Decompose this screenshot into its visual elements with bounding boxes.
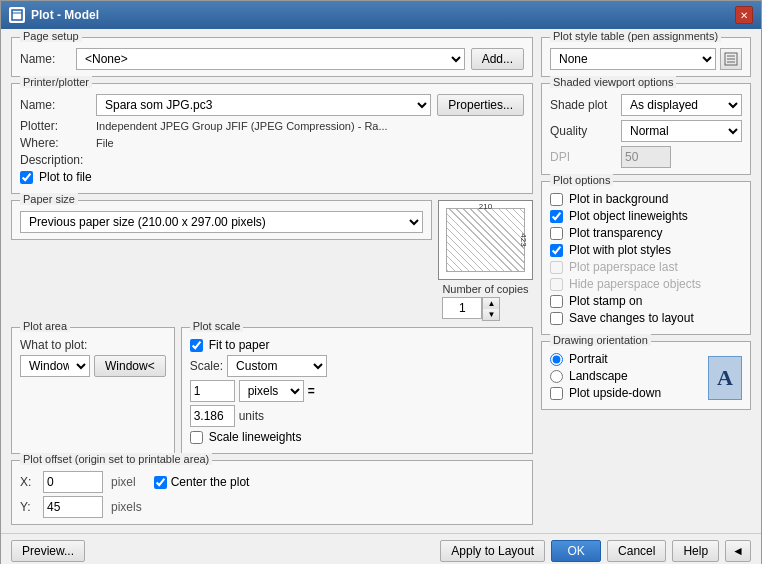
pen-table-row: None (550, 48, 742, 70)
scale-label: Scale: (190, 359, 223, 373)
save-changes-label: Save changes to layout (569, 311, 694, 325)
page-setup-section: Page setup Name: <None> Add... (11, 37, 533, 77)
plot-stamp-on-row: Plot stamp on (550, 294, 742, 308)
increment-button[interactable]: ▲ (483, 298, 499, 309)
scale-unit1-select[interactable]: pixels (239, 380, 304, 402)
plot-upside-down-row: Plot upside-down (550, 386, 661, 400)
close-button[interactable]: ✕ (735, 6, 753, 24)
right-panel: Plot style table (pen assignments) None (541, 37, 751, 525)
title-bar: Plot - Model ✕ (1, 1, 761, 29)
plot-upside-down-checkbox[interactable] (550, 387, 563, 400)
stepper-buttons: ▲ ▼ (482, 297, 500, 321)
plot-paperspace-last-checkbox[interactable] (550, 261, 563, 274)
x-label: X: (20, 475, 35, 489)
cancel-button[interactable]: Cancel (607, 540, 666, 562)
quality-label: Quality (550, 124, 615, 138)
dim-width: 210 (479, 202, 492, 211)
plot-to-file-checkbox[interactable] (20, 171, 33, 184)
main-window: Plot - Model ✕ Page setup Name: <None> A… (0, 0, 762, 564)
center-plot-label: Center the plot (171, 475, 250, 489)
scale-lineweights-checkbox[interactable] (190, 431, 203, 444)
page-setup-select[interactable]: <None> (76, 48, 465, 70)
plot-paperspace-last-row: Plot paperspace last (550, 260, 742, 274)
what-to-plot-select[interactable]: Window (20, 355, 90, 377)
preview-button[interactable]: Preview... (11, 540, 85, 562)
hide-paperspace-objects-checkbox[interactable] (550, 278, 563, 291)
scale-value2-input[interactable] (190, 405, 235, 427)
quality-row: Quality Normal (550, 120, 742, 142)
where-label: Where: (20, 136, 90, 150)
dpi-input[interactable] (621, 146, 671, 168)
description-label: Description: (20, 153, 90, 167)
scale-value-row1: pixels = (190, 380, 524, 402)
printer-select[interactable]: Spara som JPG.pc3 (96, 94, 431, 116)
bottom-right-buttons: Apply to Layout OK Cancel Help ◄ (440, 540, 751, 562)
plot-scale-section-label: Plot scale (190, 320, 244, 332)
plot-with-styles-label: Plot with plot styles (569, 243, 671, 257)
properties-button[interactable]: Properties... (437, 94, 524, 116)
save-changes-checkbox[interactable] (550, 312, 563, 325)
copies-input[interactable] (442, 297, 482, 319)
plot-in-background-checkbox[interactable] (550, 193, 563, 206)
where-value: File (96, 137, 114, 149)
scale-select[interactable]: Custom (227, 355, 327, 377)
copies-label: Number of copies (442, 283, 528, 295)
quality-select[interactable]: Normal (621, 120, 742, 142)
page-setup-name-row: Name: <None> Add... (20, 48, 524, 70)
pen-style-section: Plot style table (pen assignments) None (541, 37, 751, 77)
plot-object-lineweights-row: Plot object lineweights (550, 209, 742, 223)
scale-lineweights-label: Scale lineweights (209, 430, 302, 444)
pen-style-label: Plot style table (pen assignments) (550, 30, 721, 42)
shade-plot-select[interactable]: As displayed (621, 94, 742, 116)
plotter-value: Independent JPEG Group JFIF (JPEG Compre… (96, 120, 388, 132)
plot-area-section: Plot area What to plot: Window Window< (11, 327, 175, 454)
plot-with-styles-checkbox[interactable] (550, 244, 563, 257)
preview-hatch (446, 208, 525, 272)
window-button[interactable]: Window< (94, 355, 166, 377)
help-button[interactable]: Help (672, 540, 719, 562)
equals-sign: = (308, 384, 315, 398)
hide-paperspace-objects-row: Hide paperspace objects (550, 277, 742, 291)
svg-rect-0 (12, 10, 22, 20)
scale-value1-input[interactable] (190, 380, 235, 402)
hide-paperspace-objects-label: Hide paperspace objects (569, 277, 701, 291)
pen-table-icon-button[interactable] (720, 48, 742, 70)
plot-object-lineweights-checkbox[interactable] (550, 210, 563, 223)
x-input[interactable] (43, 471, 103, 493)
window-title: Plot - Model (31, 8, 99, 22)
plot-stamp-on-checkbox[interactable] (550, 295, 563, 308)
landscape-radio[interactable] (550, 370, 563, 383)
center-plot-checkbox[interactable] (154, 476, 167, 489)
x-unit: pixel (111, 475, 136, 489)
dpi-row: DPI (550, 146, 742, 168)
app-icon (9, 7, 25, 23)
bottom-buttons-bar: Preview... Apply to Layout OK Cancel Hel… (1, 533, 761, 564)
portrait-radio[interactable] (550, 353, 563, 366)
add-button[interactable]: Add... (471, 48, 524, 70)
plot-area-section-label: Plot area (20, 320, 70, 332)
preview-copies-area: 210 423 Number of copies ▲ ▼ (438, 200, 533, 321)
ok-button[interactable]: OK (551, 540, 601, 562)
x-row: X: pixel Center the plot (20, 471, 524, 493)
apply-layout-button[interactable]: Apply to Layout (440, 540, 545, 562)
orientation-icon: A (708, 356, 742, 400)
scale-unit2: units (239, 409, 264, 423)
fit-to-paper-checkbox[interactable] (190, 339, 203, 352)
page-setup-label: Page setup (20, 30, 82, 42)
orientation-options: Portrait Landscape Plot upside-down (550, 352, 661, 403)
plot-object-lineweights-label: Plot object lineweights (569, 209, 688, 223)
plot-transparency-checkbox[interactable] (550, 227, 563, 240)
plot-with-styles-row: Plot with plot styles (550, 243, 742, 257)
pen-table-select[interactable]: None (550, 48, 716, 70)
scale-lineweights-row: Scale lineweights (190, 430, 524, 444)
y-input[interactable] (43, 496, 103, 518)
plot-offset-section: Plot offset (origin set to printable are… (11, 460, 533, 525)
scale-row: Scale: Custom (190, 355, 524, 377)
description-row: Description: (20, 153, 524, 167)
y-unit: pixels (111, 500, 142, 514)
fit-to-paper-row: Fit to paper (190, 338, 524, 352)
plot-options-section-label: Plot options (550, 174, 613, 186)
decrement-button[interactable]: ▼ (483, 309, 499, 320)
back-arrow-button[interactable]: ◄ (725, 540, 751, 562)
paper-size-select[interactable]: Previous paper size (210.00 x 297.00 pix… (20, 211, 423, 233)
